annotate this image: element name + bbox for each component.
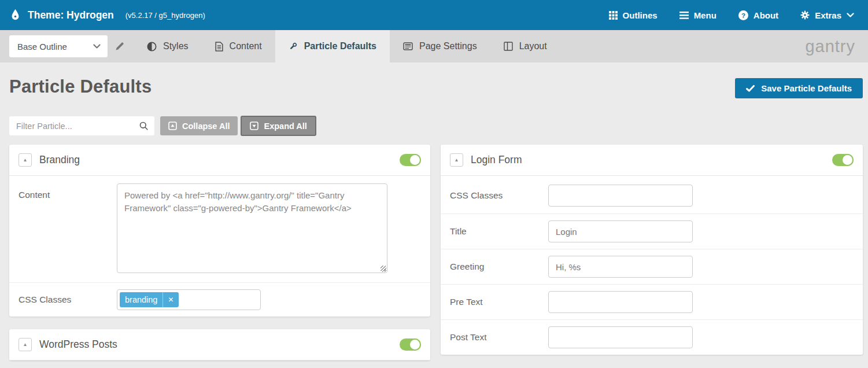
- toggle-knob: [841, 154, 854, 166]
- svg-text:?: ?: [741, 12, 745, 19]
- field-label: Post Text: [450, 332, 548, 343]
- greeting-input[interactable]: [548, 256, 693, 278]
- particle-card-branding: ▲ Branding Content Powered by <a href="h…: [9, 145, 430, 317]
- collapse-caret-button[interactable]: ▲: [450, 153, 463, 167]
- collapse-caret-button[interactable]: ▲: [19, 153, 32, 167]
- field-label: Greeting: [450, 262, 548, 272]
- particle-card-wordpress-posts: ▲ WordPress Posts: [9, 329, 430, 360]
- save-button-label: Save Particle Defaults: [761, 83, 852, 93]
- form-row: Post Text: [441, 319, 863, 355]
- search-icon[interactable]: [139, 122, 148, 130]
- chevron-down-icon: [847, 13, 854, 18]
- field-label: CSS Classes: [19, 295, 117, 305]
- form-row: CSS Classes: [441, 176, 863, 214]
- check-icon: [746, 85, 755, 92]
- gear-icon: [800, 10, 810, 20]
- nav-label: Outlines: [623, 10, 658, 20]
- outline-tabs: Styles Content Particle Defaults: [134, 30, 560, 62]
- tab-particle-defaults[interactable]: Particle Defaults: [275, 30, 390, 62]
- tab-label: Particle Defaults: [304, 41, 376, 51]
- collapse-all-button[interactable]: Collapse All: [160, 116, 238, 135]
- toggle-knob: [409, 154, 421, 166]
- form-row: Pre Text: [441, 284, 863, 319]
- droplet-icon: [10, 9, 20, 21]
- particle-card-login-form: ▲ Login Form CSS Classes Title Greeting: [441, 145, 863, 355]
- card-header: ▲ Branding: [9, 145, 430, 176]
- tab-label: Content: [230, 41, 262, 51]
- gantry-logo: gantry: [805, 37, 868, 56]
- hamburger-icon: [679, 12, 689, 19]
- form-row: Greeting: [441, 249, 863, 284]
- css-classes-tags-field[interactable]: branding ✕: [117, 289, 261, 310]
- theme-brand: Theme: Hydrogen (v5.2.17 / g5_hydrogen): [10, 9, 205, 21]
- columns-icon: [504, 42, 513, 51]
- nav-item-extras[interactable]: Extras: [800, 10, 854, 20]
- tag-label: branding: [120, 292, 162, 307]
- caret-square-down-icon: [250, 122, 258, 130]
- page-title: Particle Defaults: [9, 76, 152, 97]
- document-icon: [215, 42, 223, 51]
- filter-particle-field: [9, 116, 154, 135]
- form-row: Title: [441, 214, 863, 249]
- form-row: Content Powered by <a href="http://www.g…: [9, 176, 430, 282]
- main-content: Particle Defaults Save Particle Defaults: [0, 76, 868, 360]
- nav-label: Menu: [694, 10, 716, 20]
- outline-toolbar: Base Outline Styles: [0, 30, 868, 62]
- tab-label: Styles: [163, 41, 189, 51]
- field-label: CSS Classes: [450, 190, 548, 201]
- enable-toggle[interactable]: [832, 154, 854, 166]
- theme-version: (v5.2.17 / g5_hydrogen): [125, 11, 205, 20]
- css-classes-input[interactable]: [548, 185, 693, 207]
- nav-item-menu[interactable]: Menu: [679, 10, 716, 20]
- tab-content[interactable]: Content: [202, 30, 275, 62]
- outline-select-value: Base Outline: [17, 42, 67, 51]
- pre-text-input[interactable]: [548, 291, 693, 313]
- enable-toggle[interactable]: [400, 338, 421, 351]
- form-row: CSS Classes branding ✕: [9, 282, 430, 317]
- theme-title: Theme: Hydrogen: [28, 9, 114, 21]
- field-label: Title: [450, 226, 548, 237]
- admin-top-bar: Theme: Hydrogen (v5.2.17 / g5_hydrogen) …: [0, 0, 868, 30]
- particle-title: Branding: [39, 154, 80, 166]
- tab-page-settings[interactable]: Page Settings: [390, 30, 490, 62]
- tag: branding ✕: [120, 292, 179, 307]
- chevron-down-icon: [93, 44, 101, 49]
- particle-title: Login Form: [471, 154, 522, 166]
- field-label: Content: [19, 183, 117, 200]
- particle-title: WordPress Posts: [39, 338, 117, 351]
- toggle-knob: [409, 338, 421, 351]
- x-icon[interactable]: ✕: [162, 292, 178, 307]
- nav-item-about[interactable]: ? About: [738, 10, 778, 20]
- filter-particle-input[interactable]: [16, 122, 139, 131]
- nav-label: Extras: [815, 10, 841, 20]
- tab-label: Page Settings: [419, 41, 477, 51]
- post-text-input[interactable]: [548, 326, 693, 348]
- tab-styles[interactable]: Styles: [134, 30, 202, 62]
- field-label: Pre Text: [450, 297, 548, 307]
- content-textarea[interactable]: Powered by <a href="http://www.gantry.or…: [117, 183, 387, 273]
- nav-item-outlines[interactable]: Outlines: [609, 10, 658, 20]
- save-particle-defaults-button[interactable]: Save Particle Defaults: [735, 78, 863, 98]
- wrench-icon: [289, 42, 298, 51]
- expand-all-label: Expand All: [264, 122, 306, 131]
- enable-toggle[interactable]: [400, 154, 421, 166]
- outline-select[interactable]: Base Outline: [9, 35, 108, 57]
- title-input[interactable]: [548, 220, 693, 242]
- grid-icon: [609, 11, 618, 20]
- question-circle-icon: ?: [738, 10, 748, 20]
- caret-square-up-icon: [168, 122, 177, 130]
- collapse-all-label: Collapse All: [182, 122, 230, 131]
- contrast-icon: [147, 42, 157, 51]
- nav-label: About: [754, 10, 778, 20]
- collapse-caret-button[interactable]: ▲: [19, 338, 32, 351]
- card-header: ▲ WordPress Posts: [9, 329, 430, 360]
- tab-layout[interactable]: Layout: [490, 30, 560, 62]
- expand-all-button[interactable]: Expand All: [241, 116, 316, 136]
- card-header: ▲ Login Form: [441, 145, 863, 176]
- top-nav: Outlines Menu ? About: [609, 10, 854, 20]
- tab-label: Layout: [519, 41, 547, 51]
- pencil-icon[interactable]: [115, 42, 124, 51]
- card-icon: [403, 42, 413, 50]
